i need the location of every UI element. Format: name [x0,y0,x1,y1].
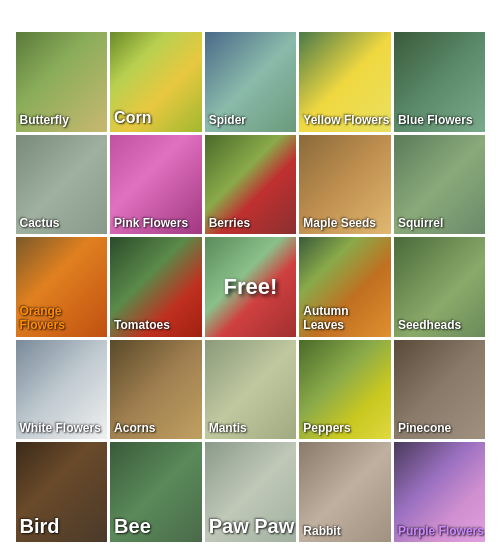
cell-label-rabbit: Rabbit [303,524,340,538]
cell-label-corn: Corn [114,108,151,127]
cell-white-flowers[interactable]: White Flowers [16,340,108,440]
cell-maple-seeds[interactable]: Maple Seeds [299,135,391,235]
cell-label-berries: Berries [209,216,250,230]
cell-label-squirrel: Squirrel [398,216,443,230]
cell-seedheads[interactable]: Seedheads [394,237,486,337]
cell-label-mantis: Mantis [209,421,247,435]
cell-label-butterfly: Butterfly [20,113,69,127]
cell-tomatoes[interactable]: Tomatoes [110,237,202,337]
cell-label-peppers: Peppers [303,421,350,435]
cell-purple-flowers[interactable]: Purple Flowers [394,442,486,542]
cell-acorns[interactable]: Acorns [110,340,202,440]
cell-pink-flowers[interactable]: Pink Flowers [110,135,202,235]
cell-bee[interactable]: Bee [110,442,202,542]
cell-label-yellow-flowers: Yellow Flowers [303,113,389,127]
cell-label-blue-flowers: Blue Flowers [398,113,473,127]
cell-label-maple-seeds: Maple Seeds [303,216,376,230]
cell-label-acorns: Acorns [114,421,155,435]
cell-butterfly[interactable]: Butterfly [16,32,108,132]
cell-label-pink-flowers: Pink Flowers [114,216,188,230]
cell-label-white-flowers: White Flowers [20,421,101,435]
cell-squirrel[interactable]: Squirrel [394,135,486,235]
cell-label-paw-paw: Paw Paw [209,514,295,538]
cell-label-pinecone: Pinecone [398,421,451,435]
cell-spider[interactable]: Spider [205,32,297,132]
cell-yellow-flowers[interactable]: Yellow Flowers [299,32,391,132]
cell-orange-flowers[interactable]: Orange Flowers [16,237,108,337]
cell-bird[interactable]: Bird [16,442,108,542]
cell-mantis[interactable]: Mantis [205,340,297,440]
bingo-grid: ButterflyCornSpiderYellow FlowersBlue Fl… [16,32,486,542]
cell-label-bird: Bird [20,514,60,538]
cell-label-bee: Bee [114,514,151,538]
cell-corn[interactable]: Corn [110,32,202,132]
cell-berries[interactable]: Berries [205,135,297,235]
cell-label-autumn-leaves: Autumn Leaves [303,304,391,333]
cell-cactus[interactable]: Cactus [16,135,108,235]
cell-label-tomatoes: Tomatoes [114,318,170,332]
cell-label-spider: Spider [209,113,246,127]
cell-label-seedheads: Seedheads [398,318,461,332]
cell-label-cactus: Cactus [20,216,60,230]
cell-peppers[interactable]: Peppers [299,340,391,440]
cell-label-purple-flowers: Purple Flowers [398,524,484,538]
cell-rabbit[interactable]: Rabbit [299,442,391,542]
cell-blue-flowers[interactable]: Blue Flowers [394,32,486,132]
cell-pinecone[interactable]: Pinecone [394,340,486,440]
cell-label-orange-flowers: Orange Flowers [20,304,108,333]
cell-free[interactable]: Free! [205,237,297,337]
cell-autumn-leaves[interactable]: Autumn Leaves [299,237,391,337]
cell-label-free: Free! [224,274,278,300]
cell-paw-paw[interactable]: Paw Paw [205,442,297,542]
